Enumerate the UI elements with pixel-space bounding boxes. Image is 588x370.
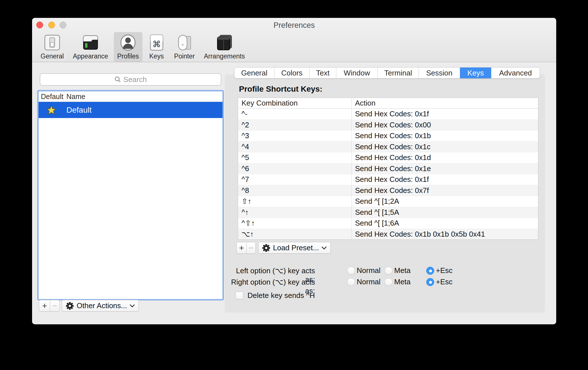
key-combination-cell: ^3 <box>238 131 352 142</box>
toolbar-label: Pointer <box>174 52 195 60</box>
key-combination-cell: ^⇧↑ <box>238 218 352 229</box>
action-cell: Send ^[ [1;5A <box>352 207 538 218</box>
table-row[interactable]: ^7 Send Hex Codes: 0x1f <box>238 174 538 185</box>
key-combination-cell: ^- <box>238 109 352 120</box>
table-row[interactable]: ^3 Send Hex Codes: 0x1b <box>238 131 538 142</box>
person-icon <box>119 34 136 51</box>
toolbar-item-profiles[interactable]: Profiles <box>114 32 142 62</box>
delete-key-row: Delete key sends ^H <box>236 291 315 300</box>
profile-settings-panel: General Colors Text Window Terminal Sess… <box>225 74 545 313</box>
add-shortcut-button[interactable]: + <box>236 242 247 254</box>
tab-general[interactable]: General <box>234 68 274 78</box>
column-header-name: Name <box>64 93 85 101</box>
left-option-meta-radio[interactable]: Meta <box>385 266 411 275</box>
toolbar: General Appearance <box>37 32 248 62</box>
right-option-meta-radio[interactable]: Meta <box>385 278 411 286</box>
tab-text[interactable]: Text <box>310 68 336 78</box>
toolbar-item-arrangements[interactable]: Arrangements <box>200 32 248 62</box>
mouse-icon <box>176 34 193 51</box>
shortcut-actions: + − Load Preset... <box>236 242 331 254</box>
toolbar-label: Appearance <box>73 52 108 60</box>
command-key-icon: ⌘ <box>148 34 165 51</box>
remove-profile-button[interactable]: − <box>50 300 60 312</box>
appearance-icon <box>82 34 99 51</box>
tab-window[interactable]: Window <box>336 68 378 78</box>
radio-icon[interactable] <box>385 278 392 286</box>
key-combination-cell: ^4 <box>238 141 352 152</box>
pane-heading: Profile Shortcut Keys: <box>239 85 322 94</box>
radio-selected-icon[interactable] <box>426 267 434 275</box>
radio-selected-icon[interactable] <box>426 278 434 286</box>
chevron-down-icon <box>322 246 327 249</box>
table-row[interactable]: ⌥↑ Send Hex Codes: 0x1b 0x1b 0x5b 0x41 <box>238 229 538 240</box>
action-cell: Send Hex Codes: 0x1e <box>352 163 538 174</box>
radio-icon[interactable] <box>347 267 355 275</box>
key-combination-cell: ⌥↑ <box>238 229 352 240</box>
table-row[interactable]: ^6 Send Hex Codes: 0x1e <box>238 163 538 174</box>
key-combination-cell: ^↑ <box>238 207 352 218</box>
preferences-window: Preferences General <box>32 18 556 324</box>
default-star-icon <box>39 105 64 115</box>
profile-row-default[interactable]: Default <box>39 102 222 118</box>
action-cell: Send Hex Codes: 0x1d <box>352 152 538 163</box>
search-input[interactable]: Search <box>40 73 221 86</box>
radio-icon[interactable] <box>347 278 355 286</box>
key-combination-cell: ^5 <box>238 152 352 163</box>
light-switch-icon <box>44 34 61 51</box>
tab-terminal[interactable]: Terminal <box>378 68 419 78</box>
left-option-row: Left option (⌥) key acts as: Normal Meta… <box>225 266 545 275</box>
action-cell: Send Hex Codes: 0x1f <box>352 174 538 185</box>
right-option-normal-radio[interactable]: Normal <box>347 278 381 286</box>
key-combination-cell: ⇧↑ <box>238 196 352 207</box>
toolbar-item-appearance[interactable]: Appearance <box>70 32 112 62</box>
search-placeholder: Search <box>123 75 147 84</box>
toolbar-item-keys[interactable]: ⌘ Keys <box>145 32 169 62</box>
profile-list: Default Name Default <box>38 91 223 299</box>
toolbar-item-general[interactable]: General <box>37 32 67 62</box>
left-option-esc-radio[interactable]: +Esc <box>426 266 453 275</box>
key-combination-cell: ^8 <box>238 185 352 196</box>
column-header-key-combination: Key Combination <box>238 98 352 109</box>
table-row[interactable]: ^5 Send Hex Codes: 0x1d <box>238 152 538 163</box>
tab-keys[interactable]: Keys <box>460 68 491 78</box>
action-cell: Send ^[ [1;6A <box>352 218 538 229</box>
profile-actions: + − Other Actions... <box>39 300 139 312</box>
column-header-action: Action <box>352 98 538 109</box>
action-cell: Send Hex Codes: 0x1b <box>352 131 538 142</box>
tab-advanced[interactable]: Advanced <box>491 68 540 78</box>
left-option-normal-radio[interactable]: Normal <box>347 266 381 275</box>
table-row[interactable]: ^2 Send Hex Codes: 0x00 <box>238 119 538 131</box>
toolbar-item-pointer[interactable]: Pointer <box>171 32 198 62</box>
table-row[interactable]: ^4 Send Hex Codes: 0x1c <box>238 141 538 152</box>
table-row[interactable]: ^⇧↑ Send ^[ [1;6A <box>238 218 538 229</box>
profile-tabs: General Colors Text Window Terminal Sess… <box>234 67 540 79</box>
gear-icon <box>262 244 270 252</box>
tab-session[interactable]: Session <box>419 68 460 78</box>
add-profile-button[interactable]: + <box>39 300 50 312</box>
search-icon <box>114 76 121 83</box>
remove-shortcut-button[interactable]: − <box>246 242 256 254</box>
radio-icon[interactable] <box>385 267 392 275</box>
right-option-esc-radio[interactable]: +Esc <box>426 278 453 286</box>
column-header-default: Default <box>39 91 64 102</box>
key-combination-cell: ^7 <box>238 174 352 185</box>
toolbar-label: Profiles <box>117 52 139 60</box>
load-preset-dropdown[interactable]: Load Preset... <box>258 242 331 254</box>
table-row[interactable]: ^- Send Hex Codes: 0x1f <box>238 109 538 120</box>
action-cell: Send Hex Codes: 0x7f <box>352 185 538 196</box>
table-row[interactable]: ^8 Send Hex Codes: 0x7f <box>238 185 538 196</box>
other-actions-dropdown[interactable]: Other Actions... <box>62 300 139 312</box>
gear-icon <box>66 302 74 310</box>
screen: Preferences General <box>0 0 588 370</box>
table-row[interactable]: ⇧↑ Send ^[ [1;2A <box>238 196 538 207</box>
delete-key-checkbox[interactable] <box>236 292 243 299</box>
svg-text:⌘: ⌘ <box>152 39 161 49</box>
table-row[interactable]: ^↑ Send ^[ [1;5A <box>238 207 538 218</box>
toolbar-label: General <box>41 52 64 60</box>
action-cell: Send Hex Codes: 0x00 <box>352 119 538 131</box>
action-cell: Send Hex Codes: 0x1c <box>352 141 538 152</box>
tab-colors[interactable]: Colors <box>274 68 310 78</box>
window-panes-icon <box>216 34 233 51</box>
right-option-row: Right option (⌥) key acts as: Normal Met… <box>225 278 545 286</box>
action-cell: Send Hex Codes: 0x1b 0x1b 0x5b 0x41 <box>352 229 538 240</box>
